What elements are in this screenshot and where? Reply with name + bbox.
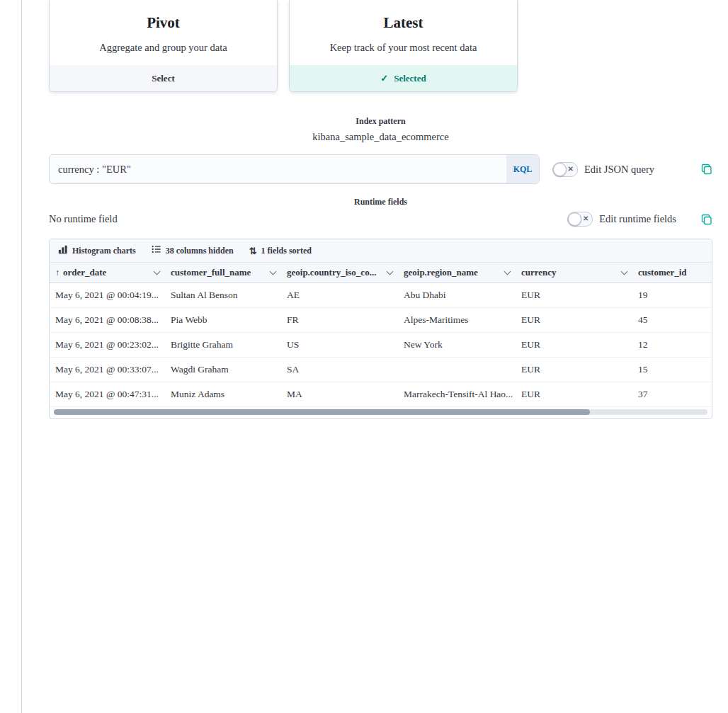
latest-card-title: Latest [301, 14, 506, 32]
cell-order-date: May 6, 2021 @ 00:47:31... [50, 382, 165, 407]
cell-currency: EUR [516, 333, 632, 358]
flyout-left-border [21, 0, 22, 713]
cell-order-date: May 6, 2021 @ 00:23:02... [50, 333, 165, 358]
cell-region-name: New York [398, 333, 516, 358]
cell-region-name: Alpes-Maritimes [398, 308, 516, 333]
close-icon: ✕ [568, 165, 574, 173]
cell-country-iso: US [281, 333, 398, 358]
toggle-knob [568, 212, 581, 226]
copy-query-button[interactable] [701, 164, 712, 175]
columns-hidden-button[interactable]: 38 columns hidden [152, 244, 234, 257]
horizontal-scrollbar[interactable] [54, 409, 707, 415]
column-header-customer-full-name[interactable]: customer_full_name [165, 263, 281, 283]
fields-sorted-button[interactable]: ⇅ 1 fields sorted [249, 246, 312, 256]
histogram-charts-button[interactable]: Histogram charts [58, 244, 136, 257]
edit-runtime-fields-label[interactable]: Edit runtime fields [599, 213, 676, 225]
cell-region-name: Abu Dhabi [398, 283, 516, 308]
source-grid-toolbar: Histogram charts 38 columns hidden ⇅ [50, 239, 712, 263]
fields-sorted-label: 1 fields sorted [261, 246, 312, 256]
index-pattern-label: Index pattern [49, 116, 712, 127]
latest-card-description: Keep track of your most recent data [301, 42, 506, 54]
column-header-region-name[interactable]: geoip.region_name [398, 263, 516, 283]
cell-customer-name: Sultan Al Benson [165, 283, 281, 308]
edit-runtime-toggle[interactable]: ✕ [567, 212, 593, 227]
cell-customer-name: Pia Webb [165, 308, 281, 333]
cell-customer-id: 15 [632, 358, 712, 382]
cell-currency: EUR [516, 382, 632, 407]
cell-customer-name: Wagdi Graham [165, 358, 281, 382]
edit-json-toggle[interactable]: ✕ [552, 162, 578, 177]
clipboard-icon [701, 166, 712, 177]
chevron-down-icon [154, 268, 161, 275]
transform-wizard-page: Pivot Aggregate and group your data Sele… [0, 0, 728, 713]
runtime-fields-row: No runtime field ✕ Edit runtime fields [49, 212, 712, 227]
index-pattern-value: kibana_sample_data_ecommerce [49, 131, 712, 143]
cell-customer-id: 37 [632, 382, 712, 407]
cell-currency: EUR [516, 283, 632, 308]
column-header-customer-id[interactable]: customer_id [632, 263, 712, 283]
close-icon: ✕ [583, 215, 588, 223]
histogram-charts-label: Histogram charts [72, 246, 136, 256]
page-list: 1 2 3 4 5 … 935 [93, 429, 728, 713]
column-header-label: geoip.country_iso_co... [287, 267, 376, 278]
page-button-1[interactable]: 1 [110, 432, 728, 713]
cell-order-date: May 6, 2021 @ 00:08:38... [50, 308, 165, 333]
cell-country-iso: SA [281, 358, 398, 382]
cell-currency: EUR [516, 308, 632, 333]
sort-fields-icon: ⇅ [249, 246, 257, 256]
column-header-label: customer_id [638, 267, 687, 278]
cell-country-iso: FR [281, 308, 398, 333]
cell-order-date: May 6, 2021 @ 00:04:19... [50, 283, 165, 308]
toggle-knob [553, 163, 567, 176]
chevron-down-icon [270, 268, 277, 275]
runtime-fields-value: No runtime field [49, 213, 118, 225]
column-header-label: geoip.region_name [404, 267, 478, 278]
edit-json-toggle-group: ✕ Edit JSON query [552, 162, 654, 177]
cell-customer-id: 19 [632, 283, 712, 308]
chevron-down-icon [621, 268, 628, 275]
pivot-card[interactable]: Pivot Aggregate and group your data Sele… [49, 0, 278, 92]
columns-hidden-label: 38 columns hidden [166, 246, 234, 256]
wizard-content: Pivot Aggregate and group your data Sele… [49, 0, 712, 713]
cell-customer-id: 45 [632, 308, 712, 333]
query-input[interactable] [50, 155, 506, 183]
column-header-order-date[interactable]: ↑ order_date [50, 263, 165, 283]
copy-runtime-button[interactable] [701, 214, 712, 225]
pivot-card-title: Pivot [61, 14, 266, 32]
cell-currency: EUR [516, 358, 632, 382]
latest-selected-label: Selected [394, 73, 426, 84]
cell-customer-name: Muniz Adams [165, 382, 281, 407]
pivot-card-body: Pivot Aggregate and group your data [50, 0, 277, 65]
cell-customer-id: 12 [632, 333, 712, 358]
clipboard-icon [701, 217, 712, 227]
pivot-select-button[interactable]: Select [50, 65, 277, 91]
columns-icon [152, 244, 161, 257]
cell-country-iso: AE [281, 283, 398, 308]
query-bar: KQL [49, 154, 540, 184]
chevron-down-icon [504, 268, 511, 275]
scrollbar-thumb[interactable] [54, 409, 590, 415]
query-language-button[interactable]: KQL [506, 155, 539, 183]
check-icon: ✓ [380, 73, 388, 84]
column-header-label: customer_full_name [171, 267, 251, 278]
source-data-grid: Histogram charts 38 columns hidden ⇅ [49, 239, 712, 419]
histogram-icon [58, 244, 68, 257]
column-header-currency[interactable]: currency [516, 263, 632, 283]
latest-card-body: Latest Keep track of your most recent da… [290, 0, 517, 65]
cell-region-name [398, 358, 516, 382]
column-header-country-iso[interactable]: geoip.country_iso_co... [281, 263, 398, 283]
pagination-row: Rows per page: 5 1 2 3 4 5 … 935 [49, 429, 712, 713]
transform-function-cards: Pivot Aggregate and group your data Sele… [49, 0, 712, 92]
latest-card[interactable]: Latest Keep track of your most recent da… [289, 0, 518, 92]
cell-country-iso: MA [281, 382, 398, 407]
cell-order-date: May 6, 2021 @ 00:33:07... [50, 358, 165, 382]
source-grid-table: ↑ order_date customer_full_name geoip.co… [50, 263, 712, 407]
latest-selected-button[interactable]: ✓ Selected [290, 65, 517, 91]
pivot-card-description: Aggregate and group your data [61, 42, 266, 54]
query-row: KQL ✕ Edit JSON query [49, 154, 712, 184]
edit-json-query-label[interactable]: Edit JSON query [584, 164, 654, 176]
column-header-label: currency [521, 267, 557, 278]
runtime-fields-label: Runtime fields [49, 197, 712, 207]
edit-runtime-toggle-group: ✕ Edit runtime fields [567, 212, 712, 227]
sort-asc-icon: ↑ [55, 268, 59, 278]
